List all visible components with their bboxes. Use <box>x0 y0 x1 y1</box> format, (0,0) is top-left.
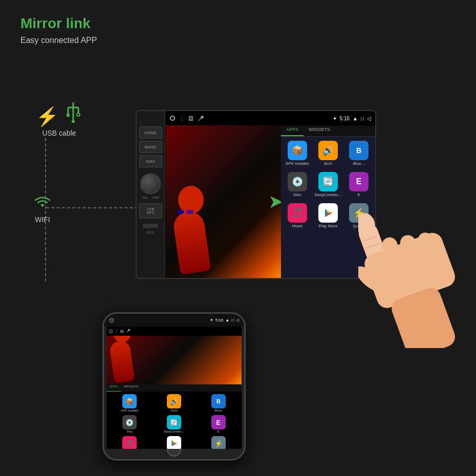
phone-disc-icon: 💿 <box>122 415 137 429</box>
volume-knob[interactable] <box>140 174 161 194</box>
status-right-icons: ✦ 5:16 ▲ □ ◁ <box>333 116 371 121</box>
usb-section: ⚡ USB cable <box>36 102 82 137</box>
aux-icon: 🔊 <box>318 141 338 160</box>
circle-icon <box>170 116 175 121</box>
phone-tab-apps[interactable]: APPS <box>106 384 121 392</box>
phone-app-aux[interactable]: 🔊 AUX <box>153 393 196 413</box>
apk-icon: 📦 <box>288 141 307 160</box>
navi-button[interactable]: NAVI <box>139 155 162 167</box>
play-store-label: Play Store <box>319 224 338 228</box>
phone-upload: ▲ <box>225 318 229 322</box>
svg-point-7 <box>72 120 75 123</box>
phone-screen: ⋮ 🖼 🎤 ➤ APPS WIDGETS 📦 APK installer <box>106 327 242 449</box>
phone-music-icon: 🎵 <box>122 436 137 449</box>
phone-app-easyconnect[interactable]: 🔄 EasyConnec... <box>153 414 196 434</box>
phone-app-quick[interactable]: ⚡ Quic <box>197 435 240 449</box>
phone-camera <box>109 318 114 323</box>
wifi-icon <box>33 194 52 213</box>
subtitle: Easy connected APP <box>20 36 97 45</box>
right-arrow: ➤ <box>268 191 281 212</box>
music-label: Music <box>292 224 303 228</box>
page-title: Mirror link <box>20 15 97 32</box>
tab-apps[interactable]: APPS <box>281 125 304 136</box>
phone-easy-label: EasyConnec... <box>164 430 184 433</box>
phone-bluetooth: ✦ <box>210 318 213 322</box>
wifi-connection-line <box>46 207 138 208</box>
music-icon: 🎵 <box>288 203 307 223</box>
app-play-store[interactable]: Play Store <box>314 201 342 230</box>
back-icon: ◁ <box>367 116 371 121</box>
phone-app-playstore[interactable]: Play Store <box>153 435 196 449</box>
phone-app-music[interactable]: 🎵 Music <box>108 435 152 449</box>
tab-widgets[interactable]: WIDGETS <box>304 125 335 136</box>
wifi-section: WIFI <box>33 194 52 224</box>
square-icon: □ <box>361 116 364 121</box>
phone-notch: ✦ 5:16 ▲ □ ◁ <box>104 314 244 327</box>
svg-rect-4 <box>67 114 70 117</box>
phone-status-dot <box>109 330 113 333</box>
band-button[interactable]: BAND <box>139 141 162 153</box>
app-bluetooth[interactable]: B Blue... <box>344 139 373 168</box>
phone-app-apk[interactable]: 📦 APK installer <box>108 393 152 413</box>
phone-apps-tabs: APPS WIDGETS <box>106 384 242 392</box>
phone-app-e[interactable]: E E <box>197 414 240 434</box>
mic-icon: 🎤 <box>198 116 204 121</box>
phone-photo-icon: 🖼 <box>120 330 124 333</box>
easyconnect-label: EasyConnec... <box>315 192 341 197</box>
play-store-icon <box>318 203 338 223</box>
app-disc[interactable]: 💿 Disc <box>283 170 312 199</box>
aux-label: AUX <box>324 161 332 166</box>
phone-status-bar: ✦ 5:16 ▲ □ ◁ <box>210 318 239 322</box>
phone-video: ➤ <box>106 336 242 384</box>
phone-back: ◁ <box>236 318 239 322</box>
hand-svg <box>358 169 461 348</box>
app-apk-installer[interactable]: 📦 APK installer <box>283 139 312 168</box>
app-easyconnect[interactable]: 🔄 EasyConnec... <box>314 170 342 199</box>
phone-inner-status: ⋮ 🖼 🎤 <box>106 327 242 336</box>
bluetooth-icon: ✦ <box>333 116 337 121</box>
phone-apk-icon: 📦 <box>122 394 137 408</box>
app-music[interactable]: 🎵 Music <box>283 201 312 230</box>
home-button[interactable]: HOME <box>139 126 162 139</box>
reset-button[interactable] <box>143 224 158 228</box>
car-radio: MIC HOME BAND NAVI VOLPWR USBGPS RES ⋮ 🖼… <box>136 110 376 279</box>
radio-screen: ⋮ 🖼 🎤 ✦ 5:16 ▲ □ ◁ ➤ <box>166 111 375 278</box>
apps-tabs: APPS WIDGETS <box>281 125 375 137</box>
phone-apps-grid: 📦 APK installer 🔊 AUX B Bluet 💿 Disc 🔄 E… <box>106 392 242 449</box>
phone-e-icon: E <box>211 415 226 429</box>
usb-gps-button[interactable]: USBGPS <box>139 203 162 219</box>
phone-device: ✦ 5:16 ▲ □ ◁ ⋮ 🖼 🎤 ➤ <box>102 312 246 461</box>
disc-label: Disc <box>293 192 301 197</box>
title-area: Mirror link Easy connected APP <box>20 15 97 45</box>
easyconnect-icon: 🔄 <box>318 172 338 191</box>
radio-status-bar: ⋮ 🖼 🎤 ✦ 5:16 ▲ □ ◁ <box>166 111 375 125</box>
image-icon: 🖼 <box>188 116 193 121</box>
apk-label: APK installer <box>286 161 309 166</box>
bluetooth-label: Blue... <box>353 161 365 166</box>
phone-play-icon <box>167 436 181 449</box>
phone-aux-label: AUX <box>171 409 177 412</box>
upload-icon: ▲ <box>353 116 358 121</box>
phone-bluetooth-icon: B <box>211 394 226 408</box>
video-content: ➤ <box>166 125 281 278</box>
phone-app-disc[interactable]: 💿 Disc <box>108 414 152 434</box>
phone-mic-icon: 🎤 <box>126 329 131 333</box>
wifi-label: WIFI <box>35 215 50 224</box>
phone-time: 5:16 <box>215 318 224 322</box>
radio-buttons-panel: HOME BAND NAVI VOLPWR USBGPS RES <box>137 111 165 278</box>
status-left-icons: ⋮ 🖼 🎤 <box>170 116 204 121</box>
usb-label: USB cable <box>42 129 76 137</box>
phone-e-label: E <box>218 430 220 433</box>
phone-easy-icon: 🔄 <box>167 415 181 429</box>
phone-menu-dots: ⋮ <box>115 329 118 333</box>
usb-icon: ⚡ <box>36 102 82 126</box>
disc-icon: 💿 <box>288 172 307 191</box>
phone-bluetooth-label: Bluet <box>215 409 222 412</box>
phone-apk-label: APK installer <box>121 409 138 412</box>
phone-tab-widgets[interactable]: WIDGETS <box>121 384 141 392</box>
phone-quick-icon: ⚡ <box>211 436 226 449</box>
phone-side-button[interactable] <box>244 344 246 360</box>
app-aux[interactable]: 🔊 AUX <box>314 139 342 168</box>
time-display: 5:16 <box>340 116 350 121</box>
phone-app-bluetooth[interactable]: B Bluet <box>197 393 240 413</box>
